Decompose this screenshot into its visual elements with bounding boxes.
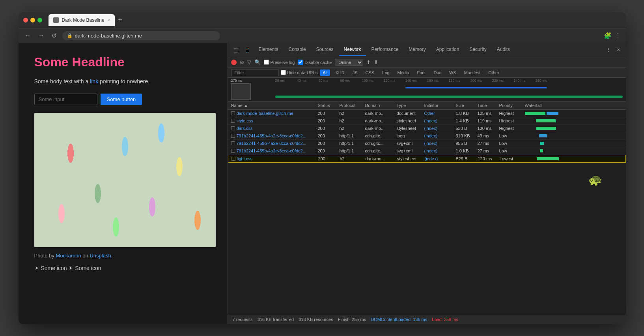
row-name: dark.css bbox=[237, 126, 253, 131]
more-tools-icon[interactable]: ⋮ bbox=[603, 45, 614, 54]
waterfall-bar bbox=[536, 119, 556, 122]
table-row[interactable]: 791b2241-459b-4a2e-8cca-c0fdc2... 200 ht… bbox=[228, 147, 626, 155]
tab-network[interactable]: Network bbox=[339, 43, 366, 56]
tab-application[interactable]: Application bbox=[431, 43, 464, 56]
header-name[interactable]: Name ▲ bbox=[231, 103, 318, 108]
tab-security[interactable]: Security bbox=[465, 43, 491, 56]
row-time: 27 ms bbox=[478, 141, 499, 146]
photo-credit-middle: on bbox=[81, 253, 90, 259]
timeline-60ms: 60 ms bbox=[319, 79, 329, 83]
throttle-select[interactable]: Online Fast 3G Slow 3G Offline bbox=[335, 59, 363, 66]
header-type[interactable]: Type bbox=[397, 103, 424, 108]
row-status: 200 bbox=[318, 141, 340, 146]
row-initiator[interactable]: (index) bbox=[424, 133, 456, 138]
forward-button[interactable]: → bbox=[37, 31, 46, 40]
some-input[interactable] bbox=[34, 94, 97, 105]
table-row-highlighted[interactable]: light.css 200 h2 dark-mo... stylesheet (… bbox=[228, 155, 626, 163]
tab-sources[interactable]: Sources bbox=[312, 43, 338, 56]
unsplash-link[interactable]: Unsplash bbox=[90, 253, 111, 259]
filter-icon[interactable]: ▽ bbox=[247, 59, 251, 65]
export-icon[interactable]: ⬇ bbox=[374, 59, 378, 65]
row-initiator[interactable]: (index) bbox=[425, 156, 456, 161]
some-button[interactable]: Some button bbox=[101, 94, 142, 105]
maximize-traffic-light[interactable] bbox=[37, 18, 42, 23]
lock-icon: 🔒 bbox=[67, 33, 73, 38]
row-time: 120 ms bbox=[478, 126, 499, 131]
timeline-180ms: 180 ms bbox=[449, 79, 461, 83]
row-status: 200 bbox=[318, 111, 340, 116]
row-initiator[interactable]: (index) bbox=[424, 126, 456, 131]
filter-bar: Hide data URLs All XHR JS CSS Img Media … bbox=[228, 68, 626, 78]
active-tab[interactable]: Dark Mode Baseline × bbox=[49, 14, 115, 26]
finish-time: Finish: 255 ms bbox=[338, 317, 366, 322]
devtools-close-icon[interactable]: × bbox=[614, 45, 622, 54]
row-initiator[interactable]: (index) bbox=[424, 118, 456, 123]
close-traffic-light[interactable] bbox=[23, 18, 28, 23]
search-icon[interactable]: 🔍 bbox=[254, 59, 261, 65]
table-row[interactable]: style.css 200 h2 dark-mo... stylesheet (… bbox=[228, 117, 626, 125]
row-initiator[interactable]: (index) bbox=[424, 141, 456, 146]
table-row[interactable]: 791b2241-459b-4a2e-8cca-c0fdc2... 200 ht… bbox=[228, 140, 626, 147]
hide-data-urls-checkbox[interactable]: Hide data URLs bbox=[281, 70, 318, 75]
tab-elements[interactable]: Elements bbox=[254, 43, 283, 56]
filter-css[interactable]: CSS bbox=[362, 69, 377, 76]
row-waterfall bbox=[525, 111, 623, 116]
tab-memory[interactable]: Memory bbox=[404, 43, 430, 56]
filter-xhr[interactable]: XHR bbox=[332, 69, 347, 76]
extensions-icon[interactable]: 🧩 bbox=[604, 32, 612, 39]
body-link[interactable]: link bbox=[90, 78, 98, 84]
filter-ws[interactable]: WS bbox=[446, 69, 459, 76]
filter-input[interactable] bbox=[231, 69, 278, 76]
filter-manifest[interactable]: Manifest bbox=[461, 69, 483, 76]
row-type: stylesheet bbox=[397, 118, 424, 123]
row-waterfall bbox=[525, 148, 623, 153]
tab-close-button[interactable]: × bbox=[108, 18, 110, 23]
row-initiator[interactable]: Other bbox=[424, 111, 456, 116]
mockaroon-link[interactable]: Mockaroon bbox=[56, 253, 81, 259]
tab-performance[interactable]: Performance bbox=[367, 43, 403, 56]
back-button[interactable]: ← bbox=[23, 31, 33, 40]
network-table: Name ▲ Status Protocol Domain Type Initi… bbox=[228, 101, 626, 315]
menu-icon[interactable]: ⋮ bbox=[615, 32, 621, 39]
reload-button[interactable]: ↺ bbox=[50, 31, 58, 40]
header-size[interactable]: Size bbox=[456, 103, 478, 108]
header-status[interactable]: Status bbox=[318, 103, 340, 108]
filter-media[interactable]: Media bbox=[394, 69, 412, 76]
record-button[interactable] bbox=[231, 60, 237, 65]
table-row[interactable]: 791b2241-459b-4a2e-8cca-c0fdc2... 200 ht… bbox=[228, 132, 626, 140]
tab-audits[interactable]: Audits bbox=[492, 43, 515, 56]
header-protocol[interactable]: Protocol bbox=[340, 103, 365, 108]
filter-all[interactable]: All bbox=[320, 69, 330, 76]
row-initiator[interactable]: (index) bbox=[424, 148, 456, 153]
header-time[interactable]: Time bbox=[478, 103, 499, 108]
table-row[interactable]: dark.css 200 h2 dark-mo... stylesheet (i… bbox=[228, 125, 626, 132]
url-bar[interactable]: 🔒 dark-mode-baseline.glitch.me bbox=[62, 31, 220, 40]
photo-credit-after: . bbox=[111, 253, 113, 259]
filter-font[interactable]: Font bbox=[414, 69, 428, 76]
header-priority[interactable]: Priority bbox=[499, 103, 525, 108]
filter-other[interactable]: Other bbox=[485, 69, 502, 76]
new-tab-button[interactable]: + bbox=[116, 16, 124, 24]
inspect-icon[interactable]: ⬚ bbox=[231, 45, 241, 54]
header-domain[interactable]: Domain bbox=[365, 103, 397, 108]
header-waterfall[interactable]: Waterfall bbox=[525, 103, 623, 108]
filter-js[interactable]: JS bbox=[350, 69, 360, 76]
row-size: 310 KB bbox=[456, 133, 478, 138]
row-icon bbox=[231, 157, 235, 161]
device-icon[interactable]: 📱 bbox=[242, 45, 253, 54]
row-priority: Highest bbox=[499, 126, 525, 131]
clear-icon[interactable]: ⊘ bbox=[240, 59, 244, 65]
tab-console[interactable]: Console bbox=[284, 43, 311, 56]
resources-size: 313 KB resources bbox=[299, 317, 333, 322]
disable-cache-checkbox[interactable]: Disable cache bbox=[298, 60, 332, 65]
row-status: 200 bbox=[318, 118, 340, 123]
filter-img[interactable]: Img bbox=[379, 69, 392, 76]
row-protocol: http/1.1 bbox=[340, 148, 365, 153]
minimize-traffic-light[interactable] bbox=[30, 18, 35, 23]
import-icon[interactable]: ⬆ bbox=[366, 59, 371, 65]
table-row[interactable]: dark-mode-baseline.glitch.me 200 h2 dark… bbox=[228, 110, 626, 117]
filter-doc[interactable]: Doc bbox=[431, 69, 444, 76]
header-initiator[interactable]: Initiator bbox=[424, 103, 456, 108]
preserve-log-checkbox[interactable]: Preserve log bbox=[264, 60, 295, 65]
row-type: document bbox=[397, 111, 424, 116]
